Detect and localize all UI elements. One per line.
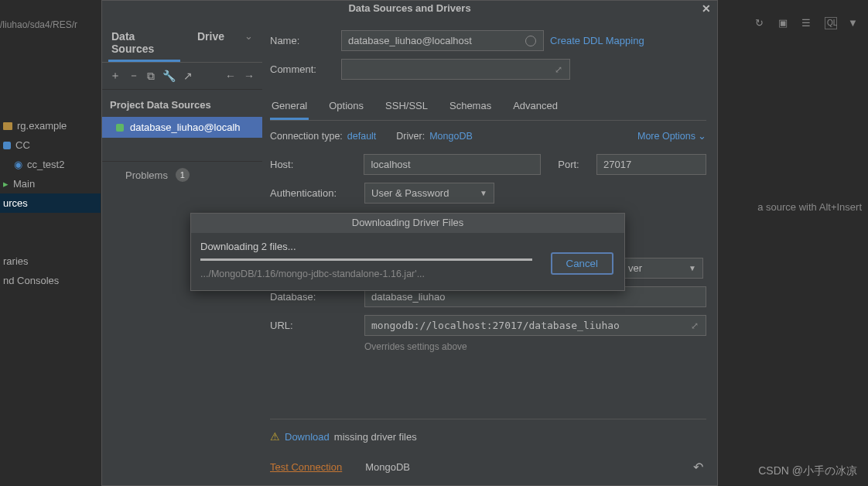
problems-count-badge: 1 xyxy=(176,168,190,182)
data-source-label: database_liuhao@localh xyxy=(130,122,241,133)
problems-label: Problems xyxy=(125,169,168,181)
mongodb-icon xyxy=(116,124,124,132)
tab-ssh-ssl[interactable]: SSH/SSL xyxy=(384,94,429,120)
breadcrumb: /liuhao/sda4/RES/r xyxy=(0,19,77,30)
name-label: Name: xyxy=(270,35,341,46)
sidebar-tabs: Data Sources Drive ⌄ xyxy=(102,16,262,63)
url-input[interactable] xyxy=(364,315,706,336)
stop-icon[interactable]: ▣ xyxy=(778,17,791,29)
dialog-title: Data Sources and Drivers xyxy=(348,2,470,14)
authentication-label: Authentication: xyxy=(270,187,364,199)
tree-item[interactable]: urces xyxy=(0,193,101,213)
comment-input[interactable] xyxy=(341,59,570,80)
module-icon xyxy=(3,142,11,149)
tree-item[interactable]: ◉cc_test2 xyxy=(0,155,101,174)
tree-label: urces xyxy=(3,197,28,209)
cancel-button[interactable]: Cancel xyxy=(551,252,614,275)
comment-label: Comment: xyxy=(270,63,341,75)
sidebar-toolbar: ＋ － ⧉ 🔧 ↗ ← → xyxy=(102,63,262,90)
driver-name-label: MongoDB xyxy=(365,461,410,473)
url-hint: Overrides settings above xyxy=(364,341,706,352)
remove-icon[interactable]: － xyxy=(128,69,139,83)
problems-row[interactable]: Problems 1 xyxy=(102,161,262,188)
name-input[interactable] xyxy=(341,30,544,51)
folder-icon xyxy=(3,122,12,130)
close-icon[interactable]: ✕ xyxy=(702,2,711,15)
tab-data-sources[interactable]: Data Sources xyxy=(108,26,180,62)
expand-icon[interactable]: ⤢ xyxy=(555,64,562,75)
download-dialog-title: Downloading Driver Files xyxy=(191,214,624,233)
chevron-down-icon[interactable]: ⌄ xyxy=(241,26,256,62)
tree-label: nd Consoles xyxy=(3,275,59,286)
detail-tabs: General Options SSH/SSL Schemas Advanced xyxy=(270,94,706,121)
tab-options[interactable]: Options xyxy=(327,94,365,120)
tree-label: rg.example xyxy=(17,120,67,132)
tree-label: raries xyxy=(3,255,29,267)
warning-icon: ⚠ xyxy=(270,430,280,443)
warning-text: missing driver files xyxy=(334,431,417,443)
sql-icon[interactable]: QL xyxy=(825,17,837,29)
reset-name-icon[interactable] xyxy=(525,36,536,46)
connection-type-value[interactable]: default xyxy=(347,131,377,142)
tree-label: cc_test2 xyxy=(27,159,64,170)
popout-icon[interactable]: ↗ xyxy=(183,70,193,82)
host-input[interactable] xyxy=(364,154,541,175)
layers-icon[interactable]: ☰ xyxy=(801,17,814,29)
filter-icon[interactable]: ▼ xyxy=(848,17,860,29)
tree-item[interactable]: CC xyxy=(0,135,101,155)
tree-label: Main xyxy=(13,178,35,190)
tree-item[interactable]: nd Consoles xyxy=(0,271,101,290)
revert-icon[interactable]: ↶ xyxy=(693,460,703,474)
authentication-value: User & Password xyxy=(371,187,449,199)
tree-item[interactable]: ▸Main xyxy=(0,174,101,193)
download-progress-dialog: Downloading Driver Files Downloading 2 f… xyxy=(190,213,625,291)
tree-item[interactable]: raries xyxy=(0,252,101,271)
test-connection-link[interactable]: Test Connection xyxy=(270,461,342,473)
sync-icon[interactable]: ↻ xyxy=(755,17,767,29)
forward-icon[interactable]: → xyxy=(244,70,255,82)
progress-bar xyxy=(200,258,532,261)
save-value: ver xyxy=(628,262,642,274)
download-driver-link[interactable]: Download xyxy=(285,431,330,443)
port-label: Port: xyxy=(558,159,596,170)
tab-schemas[interactable]: Schemas xyxy=(448,94,493,120)
expand-url-icon[interactable]: ⤢ xyxy=(691,320,699,331)
back-icon[interactable]: ← xyxy=(225,70,236,82)
caret-down-icon: ▼ xyxy=(480,189,487,197)
tree-label: CC xyxy=(15,139,30,151)
caret-down-icon: ▼ xyxy=(689,264,696,272)
watermark: CSDN @小手の冰凉 xyxy=(758,464,857,478)
connection-type-label: Connection type: xyxy=(270,131,343,142)
authentication-select[interactable]: User & Password ▼ xyxy=(364,183,494,204)
toolbar-right: ↻ ▣ ☰ QL ▼ xyxy=(755,17,860,29)
chevron-down-icon: ⌄ xyxy=(698,130,706,142)
empty-state-hint: a source with Alt+Insert xyxy=(757,201,862,213)
project-tree: rg.example CC ◉cc_test2 ▸Main urces rari… xyxy=(0,116,101,290)
database-label: Database: xyxy=(270,291,364,303)
section-header: Project Data Sources xyxy=(102,90,262,117)
driver-label: Driver: xyxy=(396,131,425,142)
more-options-link[interactable]: More Options ⌄ xyxy=(637,130,706,142)
download-status: Downloading 2 files... xyxy=(200,241,615,252)
data-source-item[interactable]: database_liuhao@localh xyxy=(102,117,262,138)
add-icon[interactable]: ＋ xyxy=(110,69,121,83)
dialog-title-bar: Data Sources and Drivers ✕ xyxy=(102,1,717,16)
wrench-icon[interactable]: 🔧 xyxy=(162,70,176,82)
copy-icon[interactable]: ⧉ xyxy=(147,70,155,83)
host-label: Host: xyxy=(270,159,364,170)
create-ddl-mapping-link[interactable]: Create DDL Mapping xyxy=(550,35,644,46)
tab-drivers[interactable]: Drive xyxy=(194,26,227,62)
driver-link[interactable]: MongoDB xyxy=(429,131,473,142)
tree-item[interactable]: rg.example xyxy=(0,116,101,135)
missing-driver-warning: ⚠ Download missing driver files xyxy=(270,419,706,453)
url-label: URL: xyxy=(270,320,364,331)
tab-advanced[interactable]: Advanced xyxy=(511,94,559,120)
port-input[interactable] xyxy=(596,154,706,175)
tab-general[interactable]: General xyxy=(270,94,309,120)
